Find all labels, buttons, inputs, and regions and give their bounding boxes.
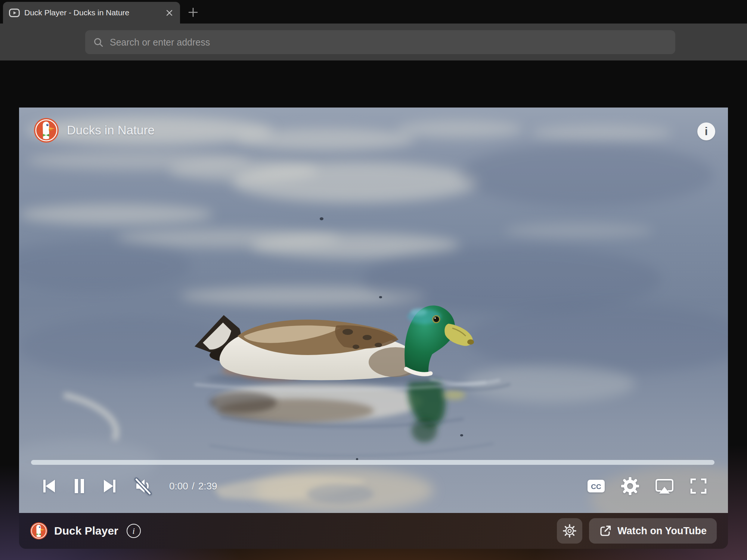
- footer-actions: Watch on YouTube: [557, 518, 717, 544]
- duck-player-page: Ducks in Nature i: [0, 60, 747, 560]
- new-tab-button[interactable]: [185, 4, 202, 21]
- skip-previous-icon: [41, 478, 56, 494]
- time-current: 0:00: [169, 480, 188, 492]
- duckduckgo-logo: [34, 118, 59, 143]
- captions-button[interactable]: CC: [587, 479, 605, 493]
- duck-player: Ducks in Nature i: [19, 108, 728, 549]
- browser-window: Duck Player - Ducks in Nature: [0, 0, 747, 560]
- volume-muted-icon: [133, 477, 152, 495]
- info-icon: i: [705, 126, 708, 137]
- time-display: 0:00 / 2:39: [169, 480, 217, 492]
- video-player[interactable]: Ducks in Nature i: [19, 108, 728, 513]
- video-header: Ducks in Nature: [34, 118, 155, 143]
- browser-toolbar: [0, 24, 747, 60]
- progress-bar[interactable]: [31, 460, 715, 465]
- browser-tab[interactable]: Duck Player - Ducks in Nature: [3, 2, 180, 24]
- playback-controls: 0:00 / 2:39: [41, 476, 217, 496]
- tab-bar: Duck Player - Ducks in Nature: [0, 0, 747, 24]
- fullscreen-icon: [690, 478, 707, 494]
- settings-button[interactable]: [621, 477, 639, 495]
- external-link-icon: [599, 525, 612, 537]
- player-settings-button[interactable]: [557, 518, 582, 544]
- fullscreen-button[interactable]: [690, 478, 707, 494]
- footer-info-button[interactable]: i: [127, 524, 141, 538]
- airplay-button[interactable]: [655, 477, 674, 495]
- video-play-icon: [9, 9, 20, 17]
- svg-text:CC: CC: [591, 483, 601, 491]
- tab-close-icon[interactable]: [164, 8, 174, 18]
- duck-player-footer: Duck Player i: [19, 513, 728, 549]
- search-icon: [93, 37, 103, 47]
- watch-on-youtube-label: Watch on YouTube: [617, 525, 707, 537]
- duckduckgo-logo: [30, 522, 47, 539]
- time-separator: /: [192, 480, 195, 492]
- skip-next-icon: [102, 478, 118, 494]
- skip-next-button[interactable]: [102, 478, 118, 494]
- secondary-controls: CC: [587, 476, 707, 496]
- video-frame-duck-scene: [19, 108, 728, 513]
- pause-icon: [72, 478, 86, 494]
- skip-previous-button[interactable]: [41, 478, 56, 494]
- footer-brand: Duck Player: [54, 525, 118, 537]
- video-title: Ducks in Nature: [67, 123, 155, 137]
- info-button[interactable]: i: [697, 122, 715, 140]
- watch-on-youtube-button[interactable]: Watch on YouTube: [589, 518, 717, 544]
- mute-button[interactable]: [133, 477, 152, 495]
- time-duration: 2:39: [198, 480, 217, 492]
- settings-gear-icon: [621, 477, 639, 495]
- tab-title: Duck Player - Ducks in Nature: [24, 8, 160, 17]
- gear-outline-icon: [562, 523, 577, 538]
- address-input[interactable]: [109, 37, 667, 48]
- address-bar[interactable]: [85, 30, 675, 54]
- airplay-icon: [655, 477, 674, 495]
- footer-brand-group: Duck Player i: [30, 522, 141, 539]
- pause-button[interactable]: [72, 478, 86, 494]
- closed-captions-icon: CC: [587, 479, 605, 493]
- info-icon: i: [133, 527, 135, 535]
- plus-icon: [188, 7, 198, 18]
